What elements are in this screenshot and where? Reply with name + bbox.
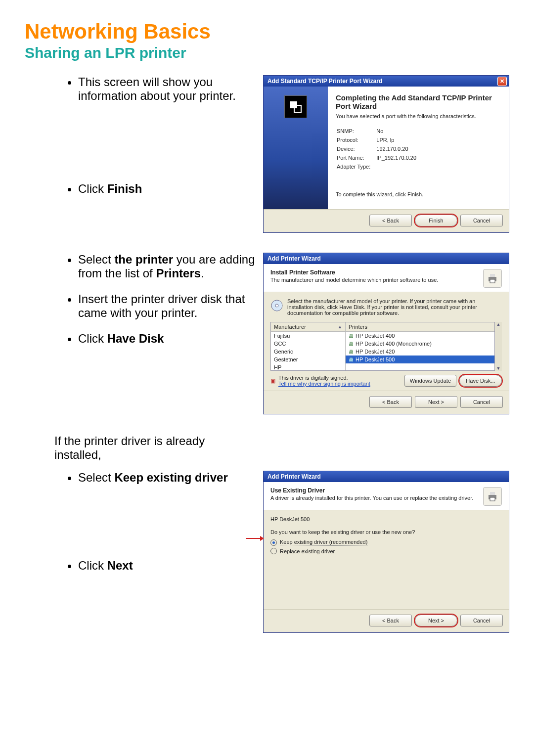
- instr-info: This screen will show you information ab…: [78, 75, 258, 103]
- use-existing-heading: Use Existing Driver: [270, 487, 473, 494]
- instruction-block-2: Select the printer you are adding from t…: [25, 253, 258, 357]
- printer-icon: [483, 487, 502, 506]
- instruction-block-3: Select Keep existing driver Click Next: [25, 471, 258, 584]
- svg-rect-4: [490, 279, 495, 283]
- instr-select-printer: Select the printer you are adding from t…: [78, 253, 258, 280]
- printer-model-icon: 🖶: [349, 357, 354, 362]
- signing-info-link[interactable]: Tell me why driver signing is important: [278, 381, 370, 387]
- list-item-selected[interactable]: 🖶HP DeskJet 500: [346, 356, 494, 363]
- finish-button[interactable]: Finish: [415, 215, 457, 226]
- windows-update-button[interactable]: Windows Update: [404, 375, 456, 387]
- add-printer-wizard-dialog: Add Printer Wizard Install Printer Softw…: [263, 253, 509, 414]
- instruction-block-1: This screen will show you information ab…: [25, 75, 258, 208]
- have-disk-button[interactable]: Have Disk...: [459, 375, 502, 387]
- list-item[interactable]: 🖶HP DeskJet 400: [346, 332, 494, 340]
- dialog-title-text: Add Printer Wizard: [267, 473, 321, 480]
- cancel-button[interactable]: Cancel: [460, 396, 503, 408]
- list-item[interactable]: 🖶HP DeskJet 400 (Monochrome): [346, 340, 494, 348]
- dialog-titlebar: Add Standard TCP/IP Printer Port Wizard …: [264, 76, 509, 87]
- back-button[interactable]: < Back: [369, 615, 412, 626]
- install-software-heading: Install Printer Software: [270, 269, 438, 276]
- use-existing-sub: A driver is already installed for this p…: [270, 495, 473, 501]
- instr-click-have-disk: Click Have Disk: [78, 332, 258, 346]
- list-item[interactable]: Fujitsu: [271, 332, 345, 340]
- tcpip-port-wizard-dialog: Add Standard TCP/IP Printer Port Wizard …: [263, 75, 509, 233]
- wizard-heading: Completing the Add Standard TCP/IP Print…: [336, 93, 501, 110]
- dialog-title-text: Add Printer Wizard: [267, 255, 321, 262]
- wizard-subtext: You have selected a port with the follow…: [336, 113, 501, 119]
- chevron-down-icon: ▼: [496, 366, 501, 371]
- printer-port-icon: [284, 95, 307, 118]
- back-button[interactable]: < Back: [369, 215, 412, 226]
- dialog-titlebar: Add Printer Wizard: [264, 253, 509, 264]
- middle-note: If the printer driver is already install…: [54, 434, 232, 462]
- install-software-sub: The manufacturer and model determine whi…: [270, 277, 438, 283]
- chevron-up-icon: ▲: [496, 322, 501, 327]
- cancel-button[interactable]: Cancel: [460, 615, 503, 626]
- cancel-button[interactable]: Cancel: [460, 215, 503, 226]
- disk-icon: [270, 298, 283, 313]
- page-title: Networking Basics: [25, 20, 509, 44]
- keep-driver-radio[interactable]: Keep existing driver (recommended): [270, 539, 502, 546]
- printer-icon: [483, 269, 502, 288]
- instr-insert-disk: Insert the printer driver disk that came…: [78, 292, 258, 320]
- dialog-titlebar: Add Printer Wizard: [264, 471, 509, 482]
- instr-keep-driver: Select Keep existing driver: [78, 471, 258, 485]
- radio-icon: [270, 548, 277, 554]
- list-item[interactable]: 🖶HP DeskJet 420: [346, 348, 494, 356]
- list-item[interactable]: Gestetner: [271, 356, 345, 363]
- printers-list[interactable]: Printers 🖶HP DeskJet 400 🖶HP DeskJet 400…: [346, 322, 494, 370]
- radio-selected-icon: [270, 539, 277, 546]
- printer-model-icon: 🖶: [349, 333, 354, 339]
- manufacturer-list[interactable]: Manufacturer▲ Fujitsu GCC Generic Gestet…: [271, 322, 346, 370]
- list-item[interactable]: GCC: [271, 340, 345, 348]
- chevron-up-icon: ▲: [338, 324, 342, 329]
- page-subtitle: Sharing an LPR printer: [25, 44, 509, 61]
- svg-rect-8: [490, 492, 495, 495]
- wizard-content: Completing the Add Standard TCP/IP Print…: [328, 87, 509, 209]
- signed-text: This driver is digitally signed.: [278, 375, 370, 381]
- wizard-sidebar: [264, 87, 328, 209]
- svg-rect-3: [490, 274, 495, 277]
- replace-driver-radio[interactable]: Replace existing driver: [270, 548, 502, 554]
- printer-model-icon: 🖶: [349, 341, 354, 347]
- back-button[interactable]: < Back: [369, 396, 412, 408]
- list-item[interactable]: Generic: [271, 348, 345, 356]
- instr-click-finish: Click Finish: [78, 182, 258, 196]
- shield-icon: ▣: [270, 378, 275, 384]
- driver-model-text: HP DeskJet 500: [270, 516, 502, 522]
- scrollbar[interactable]: ▲▼: [495, 322, 502, 371]
- use-existing-driver-dialog: Add Printer Wizard Use Existing Driver A…: [263, 471, 509, 633]
- instr-click-next: Click Next: [78, 559, 258, 573]
- list-item[interactable]: HP: [271, 363, 345, 370]
- next-button[interactable]: Next >: [415, 615, 457, 626]
- dialog-title-text: Add Standard TCP/IP Printer Port Wizard: [267, 78, 382, 85]
- keep-driver-label: Keep existing driver (recommended): [280, 539, 367, 546]
- next-button[interactable]: Next >: [415, 396, 457, 408]
- svg-rect-9: [490, 497, 495, 501]
- install-instruction-text: Select the manufacturer and model of you…: [287, 298, 502, 316]
- svg-point-6: [275, 304, 278, 307]
- replace-driver-label: Replace existing driver: [280, 548, 335, 554]
- port-characteristics-table: SNMP:No Protocol:LPR, lp Device:192.170.…: [336, 126, 422, 172]
- driver-question: Do you want to keep the existing driver …: [270, 529, 502, 535]
- printer-model-icon: 🖶: [349, 349, 354, 355]
- wizard-footer-text: To complete this wizard, click Finish.: [336, 191, 501, 197]
- close-icon[interactable]: ✕: [497, 77, 507, 86]
- callout-arrow-icon: [246, 538, 264, 539]
